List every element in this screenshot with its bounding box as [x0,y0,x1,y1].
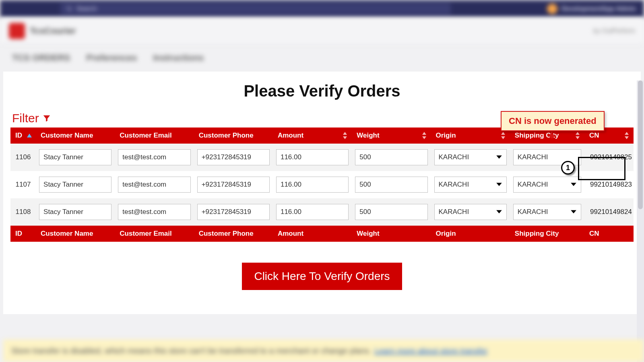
sort-icon [421,132,427,139]
sort-icon [575,132,580,139]
col-amount[interactable]: Amount [273,128,352,144]
global-topbar: Search DevelopmentApp Admin [0,0,644,18]
shipping-city-value: KARACHI [518,181,548,189]
origin-select[interactable]: KARACHI [434,177,507,193]
chevron-down-icon [496,155,502,160]
page-title: Please Verify Orders [10,82,634,100]
banner-link[interactable]: Learn more about store transfer [374,346,487,356]
user-label: DevelopmentApp Admin [561,5,636,12]
shipping-city-select[interactable]: KARACHI [513,177,581,193]
app-tabs: TCS ORDERS Preferences Instructions [0,44,644,72]
col-phone[interactable]: Customer Phone [194,128,273,144]
cn-value: 99210149824 [584,198,634,226]
fcol-origin: Origin [431,226,510,242]
origin-value: KARACHI [439,208,469,216]
tab-instructions[interactable]: Instructions [153,53,204,63]
customer-phone-input[interactable] [197,204,270,220]
origin-select[interactable]: KARACHI [434,149,507,165]
customer-email-input[interactable] [118,177,190,193]
col-email[interactable]: Customer Email [115,128,194,144]
filter-label-text: Filter [12,111,39,125]
customer-phone-input[interactable] [197,177,270,193]
fcol-amount: Amount [273,226,352,242]
table-row: 1106KARACHI99210149825 [10,144,634,171]
origin-select[interactable]: KARACHI [434,204,507,220]
customer-email-input[interactable] [118,149,190,165]
weight-input[interactable] [355,204,427,220]
app-vendor: by OutPerform [593,27,635,35]
vertical-scrollbar[interactable] [637,80,644,362]
user-menu[interactable]: DevelopmentApp Admin [547,4,636,14]
fcol-ship: Shipping City [510,226,584,242]
col-id[interactable]: ID [10,128,36,144]
tab-preferences[interactable]: Preferences [86,53,137,63]
app-header: TcsCourier by OutPerform [0,18,644,44]
cn-value: 99210149825 [584,144,634,171]
customer-name-input[interactable] [39,204,111,220]
verify-orders-button[interactable]: Click Here To Verify Orders [242,263,402,290]
weight-input[interactable] [355,149,427,165]
order-id: 1108 [10,198,36,226]
fcol-phone: Customer Phone [194,226,273,242]
origin-value: KARACHI [439,153,469,161]
app-logo [9,23,25,39]
table-row: 1108KARACHIKARACHI99210149824 [10,198,634,226]
fcol-cn: CN [584,226,634,242]
amount-input[interactable] [276,149,349,165]
tab-tcs-orders[interactable]: TCS ORDERS [12,53,70,63]
amount-input[interactable] [276,177,349,193]
weight-input[interactable] [355,177,427,193]
filter-icon [42,114,51,123]
sort-asc-icon [27,134,32,138]
fcol-weight: Weight [352,226,431,242]
amount-input[interactable] [276,204,349,220]
orders-table: ID Customer Name Customer Email Customer… [10,128,634,242]
cn-value: 99210149823 [584,171,634,198]
annotation-leader-dot [549,134,554,138]
shipping-city-value: KARACHI [518,208,548,216]
col-name[interactable]: Customer Name [36,128,115,144]
table-footer-row: ID Customer Name Customer Email Customer… [10,226,634,242]
shipping-city-select[interactable]: KARACHI [513,204,581,220]
banner-text: Store transfer is disabled, which means … [11,346,371,356]
main-panel: Please Verify Orders Filter ID Customer … [3,72,641,314]
order-id: 1107 [10,171,36,198]
store-transfer-banner: Store transfer is disabled, which means … [3,339,644,362]
chevron-down-icon [496,210,502,214]
sort-icon [624,132,630,139]
fcol-id: ID [10,226,36,242]
col-origin[interactable]: Origin [431,128,510,144]
table-row: 1107KARACHIKARACHI99210149823 [10,171,634,198]
global-search[interactable]: Search [60,3,451,15]
fcol-name: Customer Name [36,226,115,242]
order-id: 1106 [10,144,36,171]
customer-name-input[interactable] [39,177,111,193]
customer-name-input[interactable] [39,149,111,165]
customer-email-input[interactable] [118,204,190,220]
sort-icon [342,132,348,139]
col-weight[interactable]: Weight [352,128,431,144]
app-name: TcsCourier [30,26,76,36]
chevron-down-icon [570,182,577,187]
sort-icon [500,132,506,139]
chevron-down-icon [570,210,577,214]
annotation-callout: CN is now generated [501,111,605,131]
scrollbar-thumb[interactable] [638,80,643,209]
search-icon [66,6,72,12]
customer-phone-input[interactable] [197,149,270,165]
annotation-step-marker: 1 [561,161,575,175]
avatar [547,4,557,14]
search-placeholder: Search [76,5,97,12]
chevron-down-icon [496,182,502,187]
fcol-email: Customer Email [115,226,194,242]
origin-value: KARACHI [439,181,469,189]
